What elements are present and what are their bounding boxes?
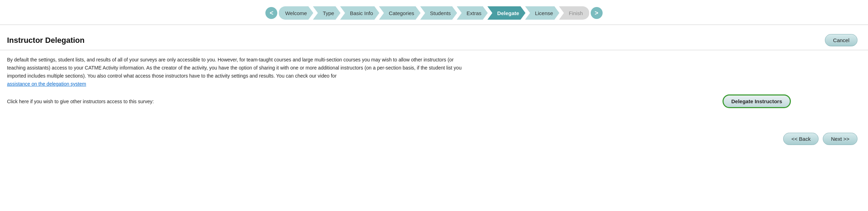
back-button[interactable]: << Back xyxy=(783,133,819,145)
wizard-step-basic-info[interactable]: Basic Info xyxy=(340,6,379,20)
wizard-step-categories[interactable]: Categories xyxy=(379,6,421,20)
wizard-navigation: < WelcomeTypeBasic InfoCategoriesStudent… xyxy=(0,0,868,25)
description-text: By default the settings, student lists, … xyxy=(7,56,463,88)
wizard-step-welcome[interactable]: Welcome xyxy=(279,6,313,20)
description-text-body: By default the settings, student lists, … xyxy=(7,57,462,79)
wizard-step-finish[interactable]: Finish xyxy=(559,6,589,20)
page-title: Instructor Delegation xyxy=(7,36,84,45)
delegate-row: Click here if you wish to give other ins… xyxy=(7,94,861,108)
delegate-button-wrapper: Delegate Instructors xyxy=(723,94,861,108)
next-button[interactable]: Next >> xyxy=(823,133,857,145)
content-divider xyxy=(0,50,868,50)
wizard-prev-button[interactable]: < xyxy=(265,7,277,19)
bottom-navigation: << Back Next >> xyxy=(0,126,868,152)
cancel-button[interactable]: Cancel xyxy=(825,34,857,46)
wizard-steps: WelcomeTypeBasic InfoCategoriesStudentsE… xyxy=(279,6,589,20)
wizard-step-license[interactable]: License xyxy=(525,6,560,20)
content-area: By default the settings, student lists, … xyxy=(0,56,868,115)
page-header: Instructor Delegation Cancel xyxy=(0,31,868,50)
delegation-link[interactable]: assistance on the delegation system xyxy=(7,81,86,87)
header-divider xyxy=(0,25,868,25)
wizard-step-students[interactable]: Students xyxy=(420,6,457,20)
delegate-label: Click here if you wish to give other ins… xyxy=(7,99,154,104)
delegate-instructors-button[interactable]: Delegate Instructors xyxy=(723,94,791,108)
wizard-next-button[interactable]: > xyxy=(591,7,603,19)
wizard-step-extras[interactable]: Extras xyxy=(457,6,488,20)
wizard-step-type[interactable]: Type xyxy=(313,6,341,20)
wizard-step-delegate[interactable]: Delegate xyxy=(487,6,525,20)
